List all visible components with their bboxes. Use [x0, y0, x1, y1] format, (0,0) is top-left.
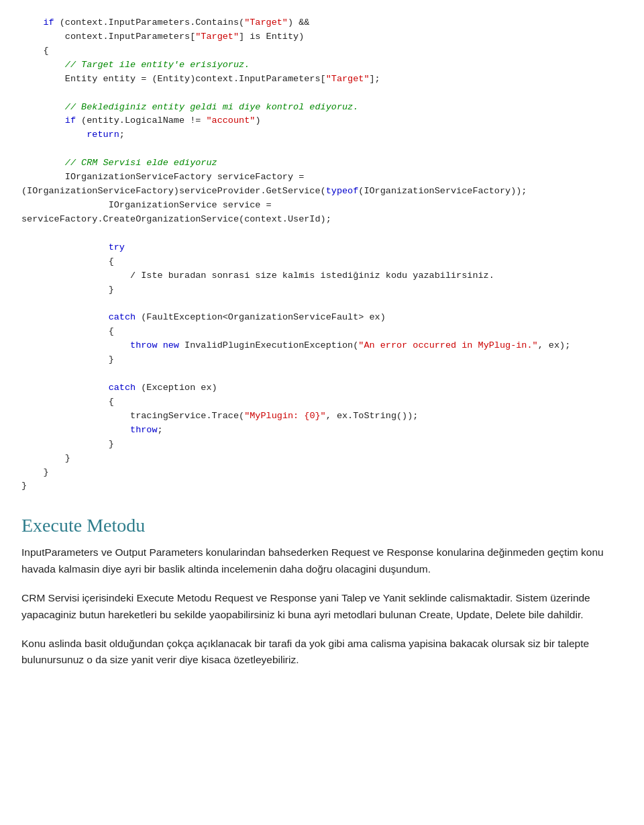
code-container: if (context.InputParameters.Contains("Ta…: [21, 16, 623, 493]
paragraph-3: Konu aslinda basit olduğundan çokça açık…: [21, 636, 623, 669]
prose-container: InputParameters ve Output Parameters kon…: [21, 544, 623, 669]
section-title: Execute Metodu: [21, 515, 623, 536]
paragraph-1: InputParameters ve Output Parameters kon…: [21, 544, 623, 578]
code-block: if (context.InputParameters.Contains("Ta…: [21, 16, 623, 493]
section-container: Execute Metodu InputParameters ve Output…: [21, 515, 623, 669]
paragraph-2: CRM Servisi içerisindeki Execute Metodu …: [21, 590, 623, 624]
